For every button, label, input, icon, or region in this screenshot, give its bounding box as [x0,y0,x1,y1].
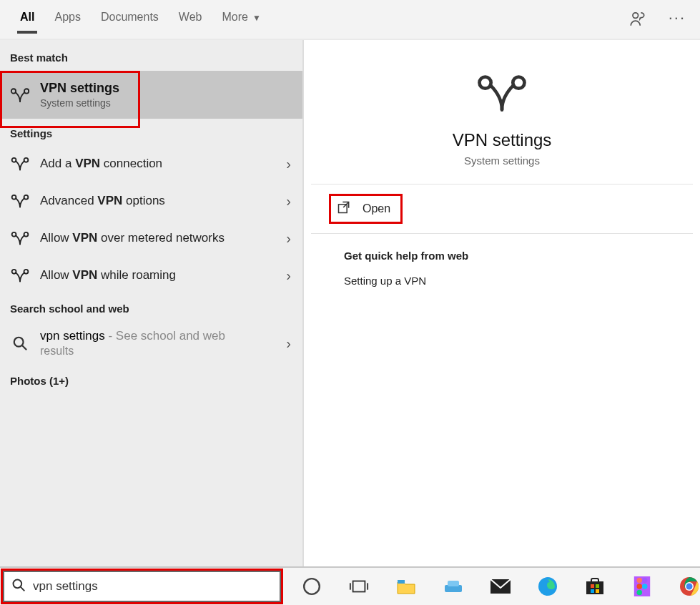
vpn-icon [10,85,30,105]
cortana-icon[interactable] [301,576,322,597]
svg-point-34 [637,578,642,583]
section-photos: Photos (1+) [0,366,302,393]
open-icon [337,200,351,217]
detail-subtitle: System settings [464,154,540,167]
vpn-icon [10,191,30,211]
svg-point-4 [24,158,29,162]
svg-point-37 [642,584,647,589]
figma-icon[interactable] [631,576,653,597]
svg-rect-22 [398,580,405,584]
chevron-right-icon: › [286,267,291,284]
section-best-match: Best match [0,40,302,71]
chevron-down-icon: ▼ [252,13,261,23]
svg-point-6 [24,195,29,200]
svg-rect-31 [591,589,594,593]
settings-item-add-vpn[interactable]: Add a VPN connection › [0,145,302,182]
tab-web[interactable]: Web [169,6,212,32]
settings-item-roaming-vpn[interactable]: Allow VPN while roaming › [0,257,302,294]
section-search-web: Search school and web [0,294,302,320]
vpn-icon [10,154,30,174]
vpn-icon [476,73,528,113]
taskbar-search-box[interactable] [3,571,281,602]
detail-pane: VPN settings System settings Open Get qu… [304,40,700,566]
search-icon [10,333,30,353]
row-label: vpn settings - See school and web [40,329,225,343]
vpn-icon [10,228,30,248]
mail-icon[interactable] [490,576,511,597]
tab-documents[interactable]: Documents [91,6,169,32]
tab-apps[interactable]: Apps [44,6,90,32]
feedback-icon[interactable] [628,10,647,31]
row-label: Advanced VPN options [40,194,165,208]
web-result[interactable]: vpn settings - See school and web result… [0,320,302,366]
svg-point-5 [12,195,16,200]
open-button[interactable]: Open [331,196,400,222]
svg-rect-29 [591,584,594,588]
best-match-result[interactable]: VPN settings System settings [0,71,302,119]
svg-point-2 [24,89,29,93]
edge-icon[interactable] [537,576,558,597]
settings-item-metered-vpn[interactable]: Allow VPN over metered networks › [0,220,302,257]
vpn-icon [10,265,30,285]
more-options-icon[interactable]: ··· [669,10,686,31]
results-pane: Best match VPN settings System settings … [0,40,304,566]
file-explorer-icon[interactable] [395,576,417,597]
tab-all[interactable]: All [10,6,44,32]
svg-rect-19 [353,581,365,592]
svg-rect-28 [591,579,598,583]
task-view-icon[interactable] [348,576,370,597]
chevron-right-icon: › [286,156,291,172]
svg-point-8 [24,232,29,237]
svg-point-0 [633,13,639,19]
app-icon-1[interactable] [443,576,464,597]
row-label: Allow VPN over metered networks [40,231,225,245]
tab-more[interactable]: More▼ [212,6,270,32]
svg-point-35 [642,578,647,583]
svg-rect-30 [596,584,599,588]
svg-point-14 [513,77,524,89]
search-input[interactable] [33,579,272,594]
taskbar [0,566,700,605]
row-label: Allow VPN while roaming [40,268,176,282]
svg-point-10 [24,270,29,274]
row-label: Add a VPN connection [40,157,162,171]
svg-point-7 [12,232,16,237]
chevron-right-icon: › [286,335,291,352]
detail-title: VPN settings [453,130,552,150]
svg-rect-24 [448,581,459,586]
help-title: Get quick help from web [344,250,660,262]
best-match-subtitle: System settings [40,97,119,109]
svg-line-17 [21,587,24,591]
open-label: Open [363,202,390,215]
best-match-title: VPN settings [40,81,119,96]
svg-point-38 [637,590,642,595]
search-icon [11,578,26,595]
chevron-right-icon: › [286,230,291,247]
svg-point-18 [304,579,320,594]
svg-point-3 [12,158,16,162]
chrome-icon[interactable] [679,576,700,597]
chevron-right-icon: › [286,193,291,210]
svg-point-11 [14,338,24,347]
svg-point-1 [11,89,16,93]
help-link-setup-vpn[interactable]: Setting up a VPN [344,275,660,287]
svg-point-16 [14,580,22,589]
search-tabs: All Apps Documents Web More▼ ··· [0,0,700,40]
microsoft-store-icon[interactable] [584,576,606,597]
svg-point-36 [637,584,642,589]
svg-rect-32 [596,589,599,593]
svg-point-41 [686,584,693,590]
svg-point-9 [12,270,16,274]
settings-item-advanced-vpn[interactable]: Advanced VPN options › [0,182,302,220]
section-settings: Settings [0,119,302,145]
svg-point-13 [480,77,491,89]
svg-line-12 [22,345,26,350]
